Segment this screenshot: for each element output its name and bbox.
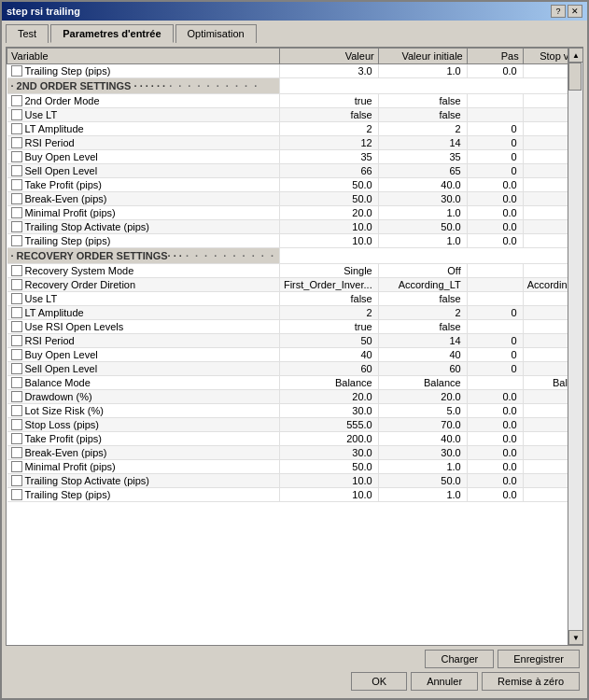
row-checkbox[interactable] — [11, 221, 22, 232]
row-checkbox[interactable] — [11, 65, 22, 77]
row-checkbox[interactable] — [11, 165, 22, 176]
row-checkbox[interactable] — [11, 193, 22, 204]
cell-stop: 0 — [523, 136, 568, 150]
cell-initiale: 1.0 — [378, 234, 467, 248]
cell-stop: Balance — [523, 376, 568, 390]
row-checkbox[interactable] — [11, 293, 22, 304]
cell-variable: Trailing Step (pips) — [7, 64, 280, 77]
row-variable-label: Use LT — [25, 293, 58, 304]
cell-valeur: false — [280, 108, 378, 122]
tab-optimisation[interactable]: Optimisation — [175, 24, 257, 43]
row-checkbox[interactable] — [11, 151, 22, 162]
row-checkbox[interactable] — [11, 179, 22, 190]
cell-valeur: Single — [280, 264, 378, 278]
row-checkbox[interactable] — [11, 475, 22, 486]
annuler-button[interactable]: Annuler — [411, 672, 478, 691]
cell-variable: Take Profit (pips) — [7, 432, 280, 445]
row-checkbox[interactable] — [11, 95, 22, 106]
row-checkbox[interactable] — [11, 433, 22, 444]
cell-initiale: 2 — [378, 122, 467, 136]
row-checkbox[interactable] — [11, 279, 22, 290]
row-checkbox[interactable] — [11, 349, 22, 360]
cell-variable: Drawdown (%) — [7, 390, 280, 403]
cell-stop: 0.0 — [523, 488, 568, 502]
scroll-down-button[interactable]: ▼ — [568, 630, 582, 645]
cell-initiale: 60 — [378, 362, 467, 376]
help-button[interactable]: ? — [551, 5, 566, 18]
scroll-thumb-area[interactable] — [568, 63, 582, 630]
row-variable-label: Sell Open Level — [25, 363, 98, 374]
cell-initiale: 1.0 — [378, 488, 467, 502]
cell-stop: 0 — [523, 362, 568, 376]
row-variable-label: Buy Open Level — [25, 151, 98, 162]
table-row: Minimal Profit (pips)50.01.00.00.0 — [7, 460, 568, 474]
title-bar: step rsi trailing ? ✕ — [2, 2, 587, 21]
cell-pas: 0.0 — [467, 64, 523, 78]
table-row: Recovery Order DiretionFirst_Order_Inver… — [7, 278, 568, 292]
parameters-table: Variable Valeur Valeur initiale Pas Stop… — [7, 48, 568, 502]
row-checkbox[interactable] — [11, 307, 22, 318]
section-header-label: · RECOVERY ORDER SETTINGS· · · · · · · ·… — [7, 248, 280, 263]
table-row: Use RSI Open Levelstruefalsetrue — [7, 320, 568, 334]
row-variable-label: Minimal Profit (pips) — [25, 207, 116, 218]
scroll-thumb[interactable] — [568, 63, 582, 91]
table-scroll[interactable]: Variable Valeur Valeur initiale Pas Stop… — [7, 48, 568, 645]
cell-stop: 0 — [523, 334, 568, 348]
cell-valeur: 40 — [280, 348, 378, 362]
table-body: Trailing Step (pips)3.01.00.00.0 · 2ND O… — [7, 64, 568, 502]
close-button[interactable]: ✕ — [568, 5, 582, 18]
cell-stop: 0 — [523, 306, 568, 320]
tab-bar: Test Parametres d'entrée Optimisation — [2, 21, 587, 43]
cell-valeur: 10.0 — [280, 488, 378, 502]
remise-button[interactable]: Remise à zéro — [482, 672, 580, 691]
cell-valeur: 20.0 — [280, 206, 378, 220]
row-checkbox[interactable] — [11, 489, 22, 500]
cell-stop: 0.0 — [523, 432, 568, 446]
cell-stop: 0.0 — [523, 404, 568, 418]
row-checkbox[interactable] — [11, 419, 22, 430]
cell-pas: 0.0 — [467, 432, 523, 446]
row-checkbox[interactable] — [11, 391, 22, 402]
scroll-up-button[interactable]: ▲ — [568, 48, 582, 63]
enregistrer-button[interactable]: Enregistrer — [498, 650, 580, 668]
row-checkbox[interactable] — [11, 447, 22, 458]
cell-stop: 0.0 — [523, 220, 568, 234]
cell-variable: Trailing Stop Activate (pips) — [7, 474, 280, 487]
cell-initiale: 40.0 — [378, 432, 467, 446]
tab-test[interactable]: Test — [6, 24, 49, 43]
row-checkbox[interactable] — [11, 109, 22, 120]
cell-pas: 0.0 — [467, 460, 523, 474]
row-checkbox[interactable] — [11, 335, 22, 346]
cell-valeur: 200.0 — [280, 432, 378, 446]
cell-initiale: 40.0 — [378, 178, 467, 192]
cell-initiale: 50.0 — [378, 474, 467, 488]
row-checkbox[interactable] — [11, 123, 22, 134]
row-variable-label: LT Amplitude — [25, 123, 84, 134]
cell-initiale: According_LT — [378, 278, 467, 292]
row-variable-label: 2nd Order Mode — [25, 95, 100, 106]
row-checkbox[interactable] — [11, 207, 22, 218]
scrollbar[interactable]: ▲ ▼ — [568, 48, 582, 645]
row-checkbox[interactable] — [11, 321, 22, 332]
cell-variable: Break-Even (pips) — [7, 192, 280, 205]
row-checkbox[interactable] — [11, 363, 22, 374]
row-checkbox[interactable] — [11, 405, 22, 416]
ok-button[interactable]: OK — [351, 672, 407, 691]
cell-initiale: false — [378, 94, 467, 108]
row-checkbox[interactable] — [11, 137, 22, 148]
cell-pas: 0 — [467, 122, 523, 136]
cell-pas — [467, 264, 523, 278]
row-checkbox[interactable] — [11, 461, 22, 472]
row-checkbox[interactable] — [11, 265, 22, 276]
tab-parametres[interactable]: Parametres d'entrée — [50, 24, 173, 43]
row-checkbox[interactable] — [11, 377, 22, 388]
cell-stop: 0.0 — [523, 446, 568, 460]
cell-initiale: 70.0 — [378, 418, 467, 432]
cell-valeur: 30.0 — [280, 404, 378, 418]
cell-variable: Minimal Profit (pips) — [7, 206, 280, 219]
charger-button[interactable]: Charger — [425, 650, 494, 668]
row-checkbox[interactable] — [11, 235, 22, 246]
table-row: Drawdown (%)20.020.00.00.0 — [7, 390, 568, 404]
main-window: step rsi trailing ? ✕ Test Parametres d'… — [0, 0, 589, 700]
content-area: Variable Valeur Valeur initiale Pas Stop… — [2, 43, 587, 698]
